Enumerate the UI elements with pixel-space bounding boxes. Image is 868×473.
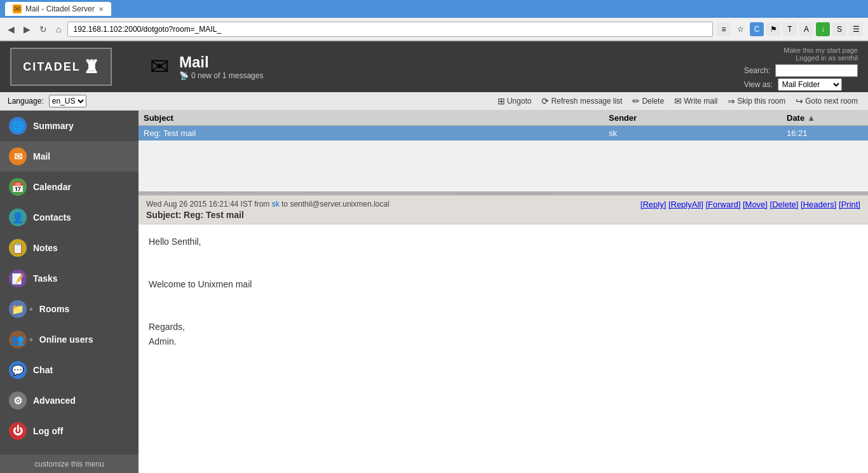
reply-link[interactable]: [Reply]: [641, 200, 666, 209]
sidebar-item-tasks[interactable]: 📝 Tasks: [0, 263, 139, 294]
notes-icon: 📋: [9, 239, 27, 257]
customize-menu-button[interactable]: customize this menu: [0, 455, 139, 473]
sidebar-item-notes[interactable]: 📋 Notes: [0, 233, 139, 263]
tab-close-icon[interactable]: ✕: [98, 6, 104, 13]
make-start-page[interactable]: Make this my start page: [744, 46, 858, 54]
search-label: Search:: [744, 66, 770, 75]
sidebar-item-rooms[interactable]: 📁 + Rooms: [0, 294, 139, 324]
logo: CITADEL ♜: [10, 48, 112, 86]
delete-button[interactable]: ✏ Delete: [630, 95, 667, 107]
table-row[interactable]: Reg: Test mail sk 16:21: [139, 126, 868, 141]
sidebar-item-summary[interactable]: 🌐 Summary: [0, 111, 139, 141]
logoff-icon: ⏻: [9, 422, 27, 440]
home-button[interactable]: ⌂: [53, 23, 64, 36]
headers-link[interactable]: [Headers]: [801, 200, 836, 209]
logo-text: CITADEL: [23, 60, 81, 74]
logo-tower-icon: ♜: [83, 57, 99, 78]
online-users-icon: 👥: [9, 331, 27, 348]
address-bar[interactable]: [67, 22, 713, 37]
goto-next-button[interactable]: ↪ Goto next room: [793, 95, 860, 107]
message-date: 16:21: [787, 128, 863, 138]
online-users-plus-icon: +: [29, 336, 33, 343]
tab-favicon: ✉: [13, 4, 22, 13]
summary-icon: 🌐: [9, 117, 27, 135]
header-right: Make this my start page Logged in as sen…: [734, 41, 868, 96]
search-input[interactable]: [775, 64, 858, 77]
message-subject: Reg: Test mail: [144, 128, 609, 138]
sidebar-label-logoff: Log off: [33, 426, 63, 436]
goto-next-label: Goto next room: [805, 97, 858, 106]
move-link[interactable]: [Move]: [743, 200, 768, 209]
delete-label: Delete: [642, 97, 664, 106]
sidebar-label-online-users: Online users: [39, 334, 93, 345]
ungoto-button[interactable]: ⊞ Ungoto: [495, 95, 534, 107]
ext-icon-4[interactable]: T: [783, 22, 797, 36]
sidebar-label-mail: Mail: [33, 151, 50, 161]
sidebar-item-chat[interactable]: 💬 Chat: [0, 355, 139, 385]
column-header-sender: Sender: [609, 113, 787, 123]
message-actions: [Reply] [ReplyAll] [Forward] [Move] [Del…: [641, 200, 860, 209]
sidebar-item-calendar[interactable]: 📅 Calendar: [0, 172, 139, 202]
sidebar-item-contacts[interactable]: 👤 Contacts: [0, 202, 139, 233]
mail-subtitle: 📡 0 new of 1 messages: [179, 71, 263, 80]
ext-icon-6[interactable]: ↓: [816, 22, 830, 36]
ungoto-label: Ungoto: [507, 97, 532, 106]
page-title: Mail: [179, 53, 263, 71]
forward-link[interactable]: [Forward]: [705, 200, 740, 209]
sidebar-label-rooms: Rooms: [39, 304, 69, 314]
skip-room-icon: ⇒: [728, 96, 735, 106]
write-mail-label: Write mail: [684, 97, 717, 106]
language-label: Language:: [8, 97, 44, 106]
message-list-empty-space: [139, 141, 868, 191]
app-header: CITADEL ♜ ✉ Mail 📡 0 new of 1 messages M…: [0, 41, 868, 92]
ungoto-icon: ⊞: [498, 96, 505, 106]
print-link[interactable]: [Print]: [839, 200, 860, 209]
refresh-icon: ⟳: [541, 96, 549, 106]
sender-link[interactable]: sk: [272, 200, 280, 209]
mail-section: ✉ Mail 📡 0 new of 1 messages: [150, 53, 263, 80]
back-button[interactable]: ◀: [5, 23, 17, 36]
sidebar-label-advanced: Advanced: [33, 395, 76, 406]
date-label: Date: [787, 113, 804, 123]
sidebar-item-logoff[interactable]: ⏻ Log off: [0, 416, 139, 446]
mail-title-block: Mail 📡 0 new of 1 messages: [179, 53, 263, 80]
body-line-2: Welcome to Unixmen mail: [149, 277, 858, 291]
reload-button[interactable]: ↻: [37, 23, 50, 36]
mail-icon: ✉: [9, 147, 27, 165]
mail-count: 0 new of 1 messages: [191, 71, 263, 80]
view-select[interactable]: Mail Folder Bulletin Board Calendar Task…: [778, 78, 842, 91]
customize-menu-label: customize this menu: [34, 460, 104, 469]
ext-icon-7[interactable]: S: [832, 22, 846, 36]
forward-button[interactable]: ▶: [21, 23, 33, 36]
sidebar-item-mail[interactable]: ✉ Mail: [0, 141, 139, 172]
menu-icon[interactable]: ☰: [849, 22, 863, 36]
replyall-link[interactable]: [ReplyAll]: [668, 200, 703, 209]
ext-icon-3[interactable]: ⚑: [766, 22, 780, 36]
search-row: Search:: [744, 64, 858, 77]
ext-icon-1[interactable]: ≡: [717, 22, 731, 36]
body-line-4: Admin.: [149, 334, 858, 348]
refresh-button[interactable]: ⟳ Refresh message list: [539, 95, 625, 107]
delete-icon: ✏: [632, 96, 640, 106]
sidebar-label-calendar: Calendar: [33, 182, 71, 192]
sidebar-label-summary: Summary: [33, 121, 74, 131]
delete-msg-link[interactable]: [Delete]: [770, 200, 799, 209]
skip-room-button[interactable]: ⇒ Skip this room: [725, 95, 788, 107]
contacts-icon: 👤: [9, 209, 27, 226]
write-mail-button[interactable]: ✉ Write mail: [672, 95, 720, 107]
star-icon[interactable]: ☆: [733, 22, 747, 36]
sidebar-item-online-users[interactable]: 👥 + Online users: [0, 324, 139, 355]
ext-icon-5[interactable]: A: [799, 22, 813, 36]
body-line-1: Hello Senthil,: [149, 235, 858, 249]
browser-title-bar: ✉ Mail - Citadel Server ✕: [0, 0, 868, 18]
sidebar-item-advanced[interactable]: ⚙ Advanced: [0, 385, 139, 416]
message-sender: sk: [609, 128, 787, 138]
message-list-header: Subject Sender Date ▲: [139, 111, 868, 126]
browser-toolbar: ◀ ▶ ↻ ⌂ ≡ ☆ C ⚑ T A ↓ S ☰: [0, 18, 868, 41]
rooms-plus-icon: +: [29, 306, 33, 313]
browser-tab[interactable]: ✉ Mail - Citadel Server ✕: [5, 2, 111, 16]
skip-room-label: Skip this room: [737, 97, 785, 106]
language-select[interactable]: en_US: [49, 95, 86, 107]
ext-icon-2[interactable]: C: [750, 22, 764, 36]
sidebar-label-contacts: Contacts: [33, 212, 71, 223]
